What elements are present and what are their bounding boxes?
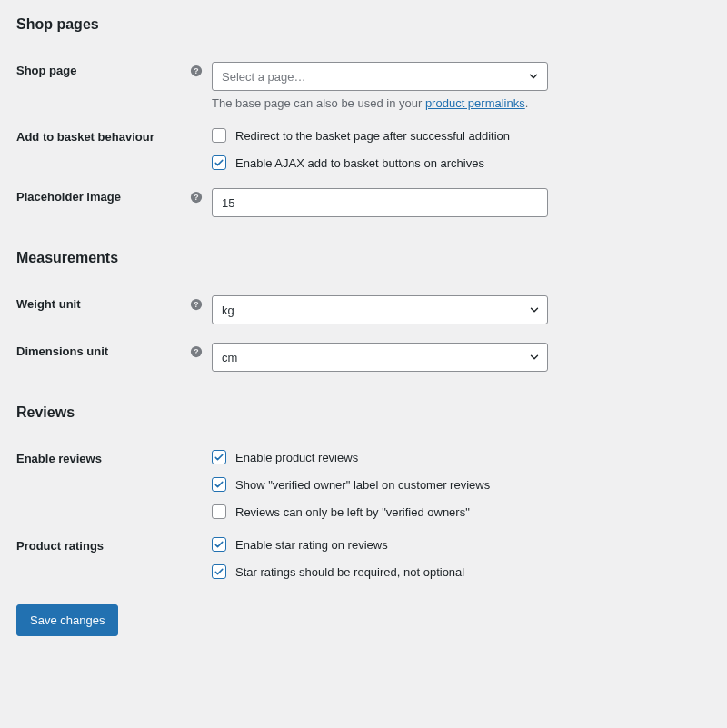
settings-table-shop-pages: Shop page ? Select a page… The base page… bbox=[16, 53, 711, 226]
dimensions-unit-select[interactable]: cm bbox=[212, 343, 548, 372]
checkbox-verified-owners-only[interactable] bbox=[212, 504, 226, 519]
checkbox-redirect-basket[interactable] bbox=[212, 128, 226, 143]
svg-text:?: ? bbox=[194, 192, 198, 201]
placeholder-image-input[interactable] bbox=[212, 188, 548, 217]
svg-text:?: ? bbox=[194, 65, 198, 75]
help-icon[interactable]: ? bbox=[190, 65, 203, 77]
shop-page-select-placeholder: Select a page… bbox=[222, 70, 306, 84]
checkbox-label[interactable]: Enable product reviews bbox=[235, 451, 358, 464]
weight-unit-select[interactable]: kg bbox=[212, 295, 548, 324]
checkbox-label[interactable]: Reviews can only be left by "verified ow… bbox=[235, 505, 470, 519]
section-heading-shop-pages: Shop pages bbox=[16, 16, 711, 33]
svg-text:?: ? bbox=[194, 346, 198, 355]
help-icon[interactable]: ? bbox=[190, 191, 203, 204]
product-permalinks-link[interactable]: product permalinks bbox=[425, 96, 525, 110]
checkbox-label[interactable]: Enable AJAX add to basket buttons on arc… bbox=[235, 156, 484, 170]
label-enable-reviews: Enable reviews bbox=[16, 452, 102, 465]
label-placeholder-image: Placeholder image bbox=[16, 190, 121, 204]
save-changes-button[interactable]: Save changes bbox=[16, 604, 118, 636]
checkbox-enable-product-reviews[interactable] bbox=[212, 450, 226, 464]
label-product-ratings: Product ratings bbox=[16, 539, 104, 553]
checkbox-label[interactable]: Show "verified owner" label on customer … bbox=[235, 478, 490, 492]
checkbox-ajax-add-basket[interactable] bbox=[212, 155, 226, 170]
help-icon[interactable]: ? bbox=[190, 298, 203, 311]
shop-page-select[interactable]: Select a page… bbox=[212, 62, 548, 91]
label-shop-page: Shop page bbox=[16, 64, 76, 77]
checkbox-verified-owner-label[interactable] bbox=[212, 477, 226, 492]
checkbox-star-rating-required[interactable] bbox=[212, 564, 226, 579]
chevron-down-icon bbox=[527, 70, 540, 83]
checkbox-label[interactable]: Enable star rating on reviews bbox=[235, 538, 388, 552]
svg-text:?: ? bbox=[194, 299, 198, 308]
settings-table-measurements: Weight unit ? kg bbox=[16, 286, 711, 381]
label-dimensions-unit: Dimensions unit bbox=[16, 344, 108, 358]
section-heading-measurements: Measurements bbox=[16, 250, 711, 266]
section-heading-reviews: Reviews bbox=[16, 404, 711, 421]
label-add-to-basket: Add to basket behaviour bbox=[16, 130, 154, 144]
checkbox-enable-star-rating[interactable] bbox=[212, 537, 226, 552]
settings-table-reviews: Enable reviews Enable product reviews Sh… bbox=[16, 441, 711, 588]
shop-page-description: The base page can also be used in your p… bbox=[212, 96, 711, 110]
checkbox-label[interactable]: Star ratings should be required, not opt… bbox=[235, 565, 464, 579]
checkbox-label[interactable]: Redirect to the basket page after succes… bbox=[235, 129, 510, 143]
help-icon[interactable]: ? bbox=[190, 345, 203, 358]
label-weight-unit: Weight unit bbox=[16, 297, 81, 311]
